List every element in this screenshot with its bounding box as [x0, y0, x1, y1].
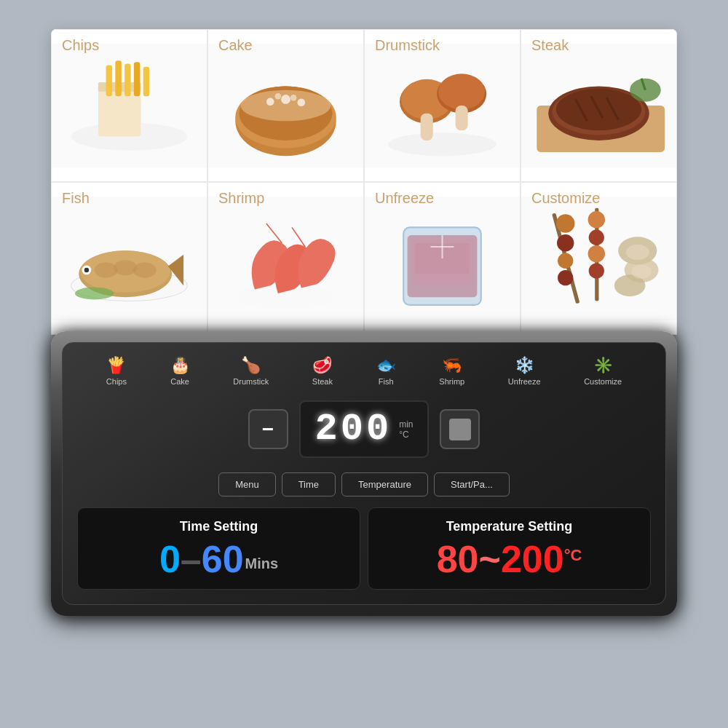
svg-point-15	[281, 95, 290, 104]
svg-rect-8	[143, 67, 150, 96]
food-cell-chips[interactable]: Chips	[51, 29, 207, 182]
control-panel-outer: 🍟 Chips 🎂 Cake 🍗 Drumstick 🥩 Steak 🐟	[51, 331, 677, 616]
food-cell-cake[interactable]: Cake	[207, 29, 364, 182]
svg-point-43	[133, 262, 157, 277]
mode-icon-chips[interactable]: 🍟 Chips	[106, 357, 127, 386]
food-cell-unfreeze[interactable]: Unfreeze	[364, 182, 521, 335]
time-setting-title: Time Setting	[92, 519, 345, 534]
svg-point-18	[290, 95, 297, 101]
temp-setting-title: Temperature Setting	[383, 519, 636, 534]
control-panel-inner: 🍟 Chips 🎂 Cake 🍗 Drumstick 🥩 Steak 🐟	[62, 342, 666, 605]
menu-button[interactable]: Menu	[218, 472, 276, 496]
lcd-value: 200	[315, 408, 392, 451]
unit-temp: °C	[399, 430, 408, 439]
startpause-button[interactable]: Start/Pa...	[434, 472, 510, 496]
svg-point-68	[588, 211, 605, 228]
svg-point-65	[558, 253, 573, 269]
time-button[interactable]: Time	[282, 472, 336, 496]
mode-icon-drumstick[interactable]: 🍗 Drumstick	[233, 357, 269, 386]
svg-point-69	[589, 230, 604, 245]
svg-point-75	[626, 245, 649, 260]
svg-point-63	[556, 214, 575, 233]
mode-icon-customize[interactable]: ✳️ Customize	[584, 357, 622, 386]
svg-point-20	[388, 132, 496, 156]
lcd-display: 200 min °C	[299, 400, 430, 458]
mode-icon-steak[interactable]: 🥩 Steak	[312, 357, 333, 386]
temp-setting-value: 80 ~ 200 °C	[383, 540, 636, 578]
bottom-panels: Time Setting 0 – 60 Mins Temperature Set…	[77, 507, 651, 590]
main-container: Chips Cake	[51, 29, 677, 699]
svg-point-35	[630, 79, 661, 102]
svg-point-42	[114, 260, 137, 275]
time-separator: –	[181, 540, 202, 578]
svg-point-70	[588, 245, 605, 262]
food-grid: Chips Cake	[51, 29, 677, 335]
time-end: 60	[202, 540, 244, 578]
temp-setting-panel: Temperature Setting 80 ~ 200 °C	[368, 507, 651, 590]
display-area: − 200 min °C	[77, 400, 651, 458]
svg-point-71	[589, 263, 604, 278]
minus-button[interactable]: −	[248, 409, 288, 449]
svg-rect-5	[115, 60, 122, 96]
svg-point-76	[631, 265, 652, 279]
food-cell-shrimp[interactable]: Shrimp	[207, 182, 364, 335]
svg-point-64	[557, 234, 574, 251]
food-cell-drumstick[interactable]: Drumstick	[364, 29, 521, 182]
food-cell-fish[interactable]: Fish	[51, 182, 207, 335]
time-start: 0	[159, 540, 181, 578]
time-suffix: Mins	[245, 555, 279, 578]
function-buttons: Menu Time Temperature Start/Pa...	[77, 472, 651, 496]
svg-rect-26	[456, 106, 468, 130]
svg-point-17	[275, 93, 282, 100]
svg-rect-7	[134, 62, 141, 96]
time-setting-panel: Time Setting 0 – 60 Mins	[77, 507, 360, 590]
time-setting-value: 0 – 60 Mins	[92, 540, 345, 578]
svg-rect-4	[106, 66, 113, 97]
svg-point-16	[297, 98, 305, 106]
svg-point-25	[438, 74, 485, 109]
svg-rect-23	[421, 114, 433, 141]
temp-start: 80	[437, 540, 479, 578]
mode-icon-cake[interactable]: 🎂 Cake	[170, 357, 190, 386]
svg-point-14	[266, 98, 274, 106]
svg-rect-6	[124, 63, 131, 96]
svg-point-47	[75, 287, 114, 299]
mode-icon-shrimp[interactable]: 🦐 Shrimp	[439, 357, 464, 386]
food-cell-steak[interactable]: Steak	[521, 29, 677, 182]
mode-icon-fish[interactable]: 🐟 Fish	[376, 357, 396, 386]
mode-icons-row: 🍟 Chips 🎂 Cake 🍗 Drumstick 🥩 Steak 🐟	[77, 357, 651, 386]
temperature-button[interactable]: Temperature	[341, 472, 428, 496]
temp-separator: ~	[479, 540, 501, 578]
food-cell-customize[interactable]: Customize	[521, 182, 677, 335]
svg-point-41	[95, 262, 118, 277]
temp-end: 200	[501, 540, 564, 578]
svg-point-66	[558, 270, 573, 285]
plus-button[interactable]	[440, 409, 480, 449]
mode-icon-unfreeze[interactable]: ❄️ Unfreeze	[508, 357, 541, 386]
svg-point-46	[84, 268, 89, 272]
temp-suffix: °C	[564, 540, 582, 565]
unit-min: min	[399, 420, 413, 429]
